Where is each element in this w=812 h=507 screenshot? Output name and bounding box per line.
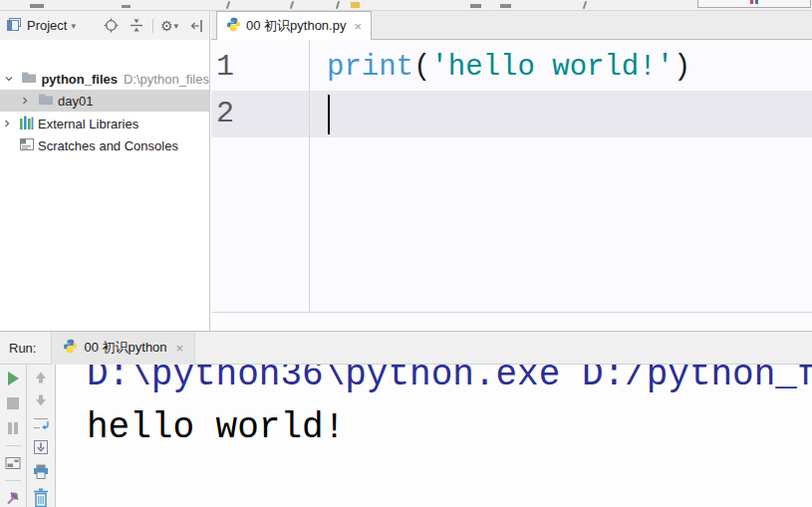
project-panel-header: Project ▾ ⚙▾ bbox=[0, 11, 209, 40]
gutter-separator bbox=[309, 40, 310, 312]
close-tab-icon[interactable]: × bbox=[354, 19, 362, 34]
clipped-separator-fragment bbox=[226, 1, 230, 9]
text-caret bbox=[328, 95, 330, 134]
chevron-down-icon[interactable]: ▾ bbox=[71, 21, 76, 31]
tree-row-scratches[interactable]: Scratches and Consoles bbox=[0, 134, 209, 156]
pycharm-window: Project ▾ ⚙▾ bbox=[0, 0, 812, 507]
run-tab-selected[interactable]: 00 初识python × bbox=[51, 332, 195, 365]
clipped-folder-icon-fragment bbox=[351, 2, 360, 8]
console-output-line: hello world! bbox=[87, 406, 812, 450]
chevron-expanded-icon[interactable] bbox=[3, 74, 14, 84]
run-tab-bar: Run: 00 初识python × bbox=[0, 332, 812, 365]
clipped-separator-fragment bbox=[336, 1, 340, 9]
code-token-string: 'hello world!' bbox=[430, 51, 674, 84]
tree-item-label[interactable]: python_files bbox=[41, 72, 118, 87]
up-stack-trace-icon[interactable] bbox=[32, 371, 50, 384]
editor-tab-selected[interactable]: 00 初识python.py × bbox=[216, 11, 372, 40]
chevron-collapsed-icon[interactable] bbox=[19, 96, 31, 106]
tree-item-path: D:\python_files bbox=[124, 72, 209, 87]
code-token-keyword: print bbox=[327, 51, 413, 84]
line-number: 2 bbox=[211, 91, 309, 137]
locate-file-icon[interactable] bbox=[103, 18, 121, 34]
pause-output-icon[interactable] bbox=[4, 420, 22, 436]
run-tab-title[interactable]: 00 初识python bbox=[84, 339, 166, 357]
folder-icon bbox=[38, 93, 54, 109]
collapse-all-icon[interactable] bbox=[128, 18, 145, 34]
run-toolbar-main bbox=[0, 365, 27, 507]
print-icon[interactable] bbox=[32, 464, 50, 479]
stop-icon[interactable] bbox=[4, 395, 22, 411]
hide-panel-icon[interactable] bbox=[187, 18, 205, 34]
run-tool-window: Run: 00 初识python × bbox=[0, 331, 812, 507]
run-panel-label: Run: bbox=[9, 341, 36, 356]
close-tab-icon[interactable]: × bbox=[176, 341, 184, 356]
toolbar-separator bbox=[5, 445, 21, 446]
python-file-icon bbox=[63, 339, 78, 358]
code-token-paren: ( bbox=[413, 51, 430, 84]
project-tool-icon bbox=[7, 17, 21, 35]
editor-tab-bar: 00 初识python.py × bbox=[211, 11, 812, 40]
clipped-separator-fragment bbox=[290, 1, 294, 9]
tree-row-python-files[interactable]: python_files D:\python_files bbox=[0, 68, 209, 90]
line-number: 1 bbox=[211, 44, 309, 91]
clipped-text-fragment bbox=[470, 4, 481, 8]
clipped-text-fragment bbox=[500, 4, 511, 8]
run-console-output: D:\python36\python.exe D:/python_files/d… bbox=[56, 365, 812, 507]
console-command-line: D:\python36\python.exe D:/python_files/d… bbox=[87, 365, 812, 397]
soft-wrap-icon[interactable] bbox=[32, 416, 50, 430]
run-panel-body: D:\python36\python.exe D:/python_files/d… bbox=[0, 365, 812, 507]
libraries-icon bbox=[19, 116, 34, 132]
settings-gear-icon[interactable]: ⚙▾ bbox=[160, 19, 180, 33]
scratches-icon bbox=[20, 138, 34, 153]
tree-item-label[interactable]: External Libraries bbox=[38, 117, 138, 131]
clipped-toolbar-button-fragment bbox=[697, 0, 811, 8]
clipped-text-fragment bbox=[30, 4, 44, 8]
pin-tab-icon[interactable] bbox=[4, 490, 22, 506]
scroll-to-end-icon[interactable] bbox=[32, 439, 50, 455]
editor-horizontal-scrollbar[interactable] bbox=[211, 312, 812, 331]
editor-tab-title[interactable]: 00 初识python.py bbox=[246, 17, 346, 35]
toolbar-separator bbox=[152, 19, 153, 33]
toolbar-separator bbox=[5, 480, 21, 481]
clipped-separator-fragment bbox=[583, 1, 587, 9]
down-stack-trace-icon[interactable] bbox=[32, 393, 50, 407]
chevron-collapsed-icon[interactable] bbox=[1, 119, 13, 128]
code-token-paren: ) bbox=[674, 51, 690, 84]
tree-row-external-libraries[interactable]: External Libraries bbox=[0, 113, 209, 134]
python-file-icon bbox=[226, 17, 241, 36]
editor-line-1: 1print('hello world!') bbox=[211, 44, 812, 91]
folder-icon bbox=[21, 71, 37, 87]
clipped-icon-fragment bbox=[750, 0, 753, 4]
restore-layout-icon[interactable] bbox=[4, 455, 22, 471]
tree-row-day01[interactable]: day01 bbox=[0, 90, 209, 112]
breadcrumb-strip-clipped bbox=[0, 0, 812, 11]
editor-line-2-current: 2 bbox=[211, 91, 812, 137]
run-toolbar-console bbox=[27, 365, 56, 507]
project-panel-title[interactable]: Project bbox=[27, 18, 67, 33]
code-editor[interactable]: 1print('hello world!') 2 bbox=[211, 40, 812, 312]
clipped-icon-fragment bbox=[755, 0, 758, 4]
clear-all-icon[interactable] bbox=[32, 488, 50, 507]
tree-item-label[interactable]: Scratches and Consoles bbox=[38, 138, 178, 153]
tree-item-label[interactable]: day01 bbox=[58, 94, 93, 109]
project-tool-window: Project ▾ ⚙▾ bbox=[0, 11, 210, 331]
clipped-text-fragment bbox=[122, 5, 131, 8]
rerun-icon[interactable] bbox=[4, 371, 22, 386]
